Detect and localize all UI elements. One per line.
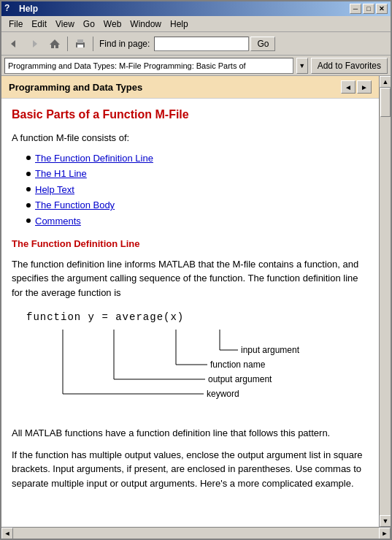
scroll-right-button[interactable]: ► [379, 528, 391, 539]
main-content: Basic Parts of a Function M-File A funct… [1, 99, 379, 505]
close-button[interactable]: ✕ [376, 4, 388, 14]
horizontal-scrollbar[interactable]: ◄ ► [1, 527, 391, 539]
section1-title: The Function Definition Line [12, 237, 369, 251]
svg-marker-2 [50, 39, 60, 48]
scroll-down-button[interactable]: ▼ [380, 515, 391, 527]
toc-link-3[interactable]: Help Text [35, 183, 74, 197]
input-arg-label: input argument [241, 345, 300, 355]
menu-go[interactable]: Go [79, 18, 99, 31]
section1-body3: If the function has multiple output valu… [12, 448, 369, 491]
next-page-button[interactable]: ► [357, 80, 372, 94]
find-label: Find in page: [99, 39, 150, 49]
hscroll-track[interactable] [13, 528, 379, 539]
toc-item-3: Help Text [26, 183, 369, 197]
bullet-icon [26, 203, 31, 208]
content-area[interactable]: Programming and Data Types ◄ ► Basic Par… [1, 76, 379, 527]
menu-file[interactable]: File [4, 18, 27, 31]
menu-view[interactable]: View [51, 18, 79, 31]
diagram-svg: input argument function name output argu… [26, 328, 304, 416]
toc-link-1[interactable]: The Function Definition Line [35, 151, 153, 166]
scroll-left-button[interactable]: ◄ [1, 528, 13, 539]
scroll-track[interactable] [380, 88, 391, 515]
prev-page-button[interactable]: ◄ [341, 80, 356, 94]
toolbar-separator2 [93, 37, 93, 51]
toc-item-4: The Function Body [26, 198, 369, 213]
print-button[interactable] [71, 35, 90, 53]
svg-rect-4 [77, 39, 83, 43]
find-input[interactable] [154, 37, 249, 51]
svg-rect-5 [77, 45, 83, 47]
svg-marker-1 [33, 40, 37, 47]
bullet-icon [26, 156, 31, 160]
page-title: Basic Parts of a Function M-File [12, 106, 369, 123]
toc-list: The Function Definition Line The H1 Line… [26, 151, 369, 229]
nav-arrows: ◄ ► [341, 80, 372, 94]
titlebar: ? Help ─ □ ✕ [1, 1, 391, 16]
addressbar: ▼ Add to Favorites [1, 56, 391, 76]
toc-item-2: The H1 Line [26, 167, 369, 181]
menubar: File Edit View Go Web Window Help [1, 16, 391, 32]
address-input[interactable] [4, 58, 293, 74]
bullet-icon [26, 172, 31, 176]
home-button[interactable] [45, 35, 64, 53]
keyword-label: keyword [207, 389, 239, 399]
menu-help[interactable]: Help [166, 18, 193, 31]
bullet-icon [26, 218, 31, 223]
scroll-up-button[interactable]: ▲ [380, 76, 391, 88]
section1-body1: The function definition line informs MAT… [12, 257, 369, 300]
scroll-thumb[interactable] [380, 88, 391, 117]
output-arg-label: output argument [208, 374, 272, 384]
menu-edit[interactable]: Edit [27, 18, 51, 31]
window-title: Help [19, 4, 350, 14]
toolbar: Find in page: Go [1, 32, 391, 56]
menu-window[interactable]: Window [126, 18, 166, 31]
menu-web[interactable]: Web [99, 18, 126, 31]
toc-link-2[interactable]: The H1 Line [35, 167, 87, 181]
svg-marker-0 [11, 40, 15, 47]
vertical-scrollbar[interactable]: ▲ ▼ [379, 76, 391, 527]
app-icon: ? [4, 3, 16, 15]
minimize-button[interactable]: ─ [350, 4, 361, 14]
section-header: Programming and Data Types ◄ ► [1, 76, 379, 99]
toolbar-separator [67, 37, 68, 51]
section1-body2: All MATLAB functions have a function def… [12, 426, 369, 441]
go-button[interactable]: Go [250, 37, 275, 51]
toc-link-5[interactable]: Comments [35, 214, 81, 229]
forward-button[interactable] [25, 35, 44, 53]
address-dropdown-button[interactable]: ▼ [296, 58, 308, 74]
toc-item-5: Comments [26, 214, 369, 229]
section-header-title: Programming and Data Types [9, 82, 142, 93]
add-to-favorites-button[interactable]: Add to Favorites [311, 58, 388, 74]
maximize-button[interactable]: □ [363, 4, 374, 14]
window-controls: ─ □ ✕ [350, 4, 388, 14]
toc-item-1: The Function Definition Line [26, 151, 369, 166]
intro-text: A function M-file consists of: [12, 131, 369, 145]
function-code: function y = average(x) [26, 310, 369, 325]
content-wrapper: Programming and Data Types ◄ ► Basic Par… [1, 76, 391, 527]
function-name-label: function name [210, 360, 266, 370]
bullet-icon [26, 187, 31, 191]
toc-link-4[interactable]: The Function Body [35, 198, 115, 213]
function-diagram: function y = average(x) input argument f… [26, 310, 369, 416]
back-button[interactable] [4, 35, 23, 53]
